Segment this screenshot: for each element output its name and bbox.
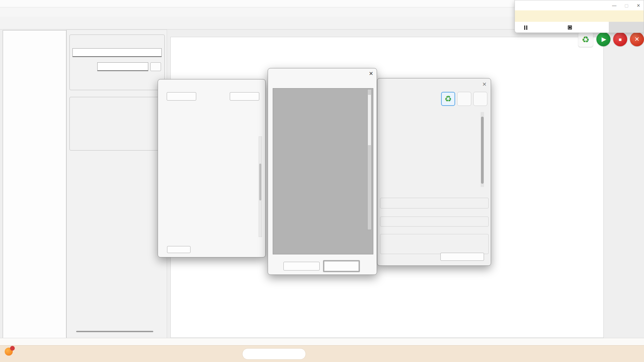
dataset-vscrollbar[interactable] bbox=[259, 136, 262, 237]
sampling-group bbox=[69, 97, 165, 150]
results-close-icon[interactable]: ✕ bbox=[482, 81, 487, 87]
sidebar-tree bbox=[3, 30, 66, 339]
settings-button[interactable] bbox=[609, 22, 644, 33]
play-icon: ▶ bbox=[602, 36, 606, 43]
load-data-button[interactable] bbox=[167, 92, 196, 101]
app-logo-icon bbox=[2, 1, 7, 6]
stop-review-button[interactable] bbox=[558, 25, 609, 29]
select-data-dialog-titlebar bbox=[158, 79, 265, 89]
regression-group bbox=[380, 217, 489, 227]
ok-button[interactable] bbox=[323, 260, 360, 272]
stop-icon bbox=[568, 25, 572, 29]
remove-data-button[interactable] bbox=[230, 92, 259, 101]
model-predict-button[interactable] bbox=[440, 253, 484, 261]
sensor-opt-vscrollbar[interactable] bbox=[367, 89, 372, 230]
refresh-data-button[interactable]: ♻ bbox=[441, 92, 455, 106]
sensor-opt-grid-area bbox=[273, 88, 373, 254]
steps-recorder-actions bbox=[515, 22, 644, 33]
stop-button[interactable]: ■ bbox=[613, 32, 627, 46]
results-vscrollbar[interactable] bbox=[481, 112, 484, 187]
recycle-button[interactable]: ♻ bbox=[578, 32, 593, 47]
sensor-opt-dialog-titlebar: ✕ bbox=[268, 68, 377, 78]
cancel-button[interactable] bbox=[283, 262, 320, 270]
recycle-icon: ♻ bbox=[444, 94, 452, 104]
recycle-icon: ♻ bbox=[582, 35, 589, 45]
maximize-icon[interactable]: ▢ bbox=[625, 3, 629, 8]
select-sensor-button[interactable] bbox=[167, 246, 191, 253]
results-panel: ✕ ♻ bbox=[377, 78, 491, 266]
taskbar bbox=[0, 345, 644, 362]
experiment-panel bbox=[66, 29, 167, 339]
pause-recording-button[interactable] bbox=[515, 25, 558, 30]
screen: ♻ ▶ ■ ✕ ✕ ♻ bbox=[0, 0, 644, 362]
dialog-close-icon[interactable]: ✕ bbox=[369, 70, 373, 77]
stop-icon: ■ bbox=[619, 37, 622, 42]
pause-icon bbox=[524, 25, 527, 30]
steps-recorder-titlebar: — ▢ ✕ bbox=[515, 0, 644, 10]
sensor-list-hscrollbar[interactable] bbox=[76, 331, 153, 332]
cluster-group bbox=[380, 234, 489, 254]
sensor-opt-dialog: ✕ bbox=[268, 68, 377, 275]
radar-chart-button[interactable] bbox=[457, 92, 471, 106]
minimize-icon[interactable]: — bbox=[612, 3, 616, 8]
weather-badge bbox=[10, 346, 15, 351]
select-data-dialog bbox=[158, 79, 266, 257]
close-app-button[interactable]: ✕ bbox=[630, 32, 644, 46]
steps-recorder-infobar bbox=[515, 10, 644, 22]
dim-reduction-group bbox=[380, 198, 489, 208]
start-button[interactable]: ▶ bbox=[596, 32, 610, 46]
experiment-info-group bbox=[69, 35, 165, 90]
close-icon: ✕ bbox=[634, 36, 639, 43]
browse-button[interactable] bbox=[150, 62, 161, 71]
experiment-name-input[interactable] bbox=[72, 48, 162, 57]
weather-widget[interactable] bbox=[5, 348, 15, 356]
close-icon[interactable]: ✕ bbox=[637, 3, 640, 8]
export-excel-button[interactable] bbox=[473, 92, 487, 106]
search-box[interactable] bbox=[242, 348, 306, 360]
status-bar bbox=[0, 338, 644, 345]
data-path-input[interactable] bbox=[97, 62, 148, 71]
steps-recorder-window: — ▢ ✕ bbox=[515, 0, 644, 33]
